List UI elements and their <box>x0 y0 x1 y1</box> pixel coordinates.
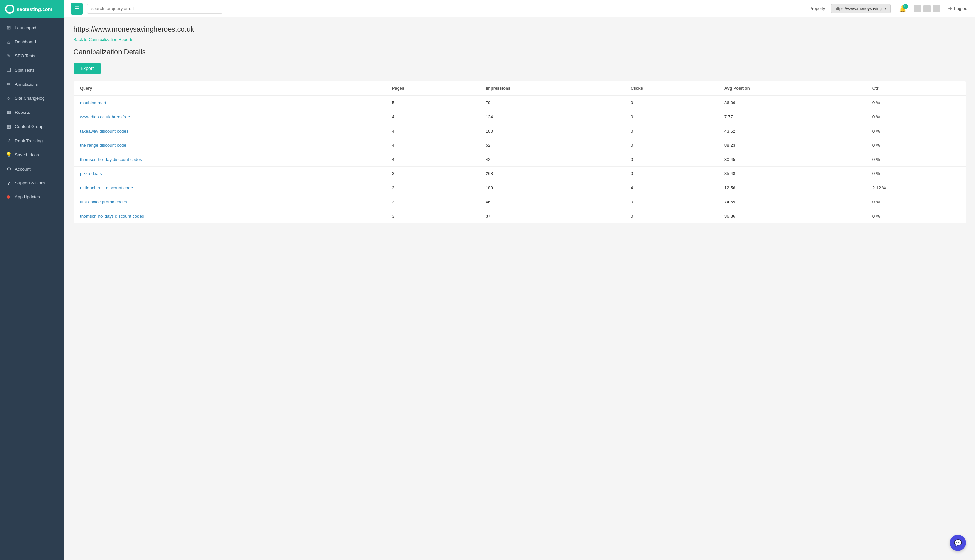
cell-impressions-6: 189 <box>481 181 625 195</box>
cell-query-5[interactable]: pizza deals <box>73 167 387 181</box>
cell-clicks-8: 0 <box>625 209 719 223</box>
query-link-5[interactable]: pizza deals <box>80 171 102 176</box>
query-link-7[interactable]: first choice promo codes <box>80 200 127 204</box>
col-header-query: Query <box>73 81 387 95</box>
cell-clicks-1: 0 <box>625 110 719 124</box>
cell-query-6[interactable]: national trust discount code <box>73 181 387 195</box>
annotations-label: Annotations <box>15 82 38 87</box>
cell-impressions-7: 46 <box>481 195 625 209</box>
site-changelog-label: Site Changelog <box>15 96 45 101</box>
cell-clicks-6: 4 <box>625 181 719 195</box>
cell-ctr-2: 0 % <box>867 124 966 138</box>
cell-pages-6: 3 <box>387 181 481 195</box>
table-row: www dfds co uk breakfree412407.770 % <box>73 110 966 124</box>
cell-pages-2: 4 <box>387 124 481 138</box>
cell-clicks-7: 0 <box>625 195 719 209</box>
dashboard-label: Dashboard <box>15 39 36 44</box>
sidebar-item-rank-tracking[interactable]: ↗Rank Tracking <box>0 133 65 148</box>
cell-ctr-7: 0 % <box>867 195 966 209</box>
table-container: QueryPagesImpressionsClicksAvg PositionC… <box>73 81 966 223</box>
content-area: https://www.moneysavingheroes.co.uk Back… <box>65 17 975 560</box>
table-row: national trust discount code3189412.562.… <box>73 181 966 195</box>
header-icon-3[interactable] <box>933 5 940 12</box>
sidebar-item-launchpad[interactable]: ⊞Launchpad <box>0 21 65 35</box>
query-link-3[interactable]: the range discount code <box>80 143 127 148</box>
cell-query-2[interactable]: takeaway discount codes <box>73 124 387 138</box>
sidebar-item-split-tests[interactable]: ❐Split Tests <box>0 63 65 77</box>
cell-avg_position-4: 30.45 <box>719 152 867 167</box>
cell-avg_position-2: 43.52 <box>719 124 867 138</box>
sidebar-logo[interactable]: seotesting.com <box>0 0 65 18</box>
cell-impressions-8: 37 <box>481 209 625 223</box>
chevron-down-icon: ▼ <box>884 7 887 10</box>
cell-impressions-4: 42 <box>481 152 625 167</box>
sidebar-item-reports[interactable]: ▦Reports <box>0 105 65 119</box>
back-link[interactable]: Back to Cannibalization Reports <box>73 37 133 42</box>
query-link-2[interactable]: takeaway discount codes <box>80 128 128 133</box>
header-icon-2[interactable] <box>923 5 930 12</box>
cannibalization-table: QueryPagesImpressionsClicksAvg PositionC… <box>73 81 966 223</box>
sidebar-item-content-groups[interactable]: ▦Content Groups <box>0 119 65 133</box>
app-updates-red-dot <box>7 195 10 198</box>
search-input[interactable] <box>87 3 222 13</box>
query-link-0[interactable]: machine mart <box>80 100 107 105</box>
page-url: https://www.moneysavingheroes.co.uk <box>73 25 966 33</box>
menu-toggle-button[interactable]: ☰ <box>71 3 83 15</box>
launchpad-label: Launchpad <box>15 25 37 30</box>
table-body: machine mart579036.060 %www dfds co uk b… <box>73 95 966 223</box>
sidebar-item-dashboard[interactable]: ⌂Dashboard <box>0 35 65 49</box>
notification-bell[interactable]: 🔔 0 <box>899 5 906 12</box>
notification-badge: 0 <box>903 4 908 9</box>
query-link-4[interactable]: thomson holiday discount codes <box>80 157 142 162</box>
cell-pages-0: 5 <box>387 95 481 110</box>
sidebar-item-annotations[interactable]: ✏Annotations <box>0 77 65 91</box>
sidebar-item-support-docs[interactable]: ?Support & Docs <box>0 176 65 190</box>
cell-clicks-5: 0 <box>625 167 719 181</box>
col-header-avg-position: Avg Position <box>719 81 867 95</box>
cell-impressions-0: 79 <box>481 95 625 110</box>
sidebar-item-seo-tests[interactable]: ✎SEO Tests <box>0 49 65 63</box>
sidebar-item-app-updates[interactable]: App Updates <box>0 190 65 204</box>
query-link-6[interactable]: national trust discount code <box>80 185 133 190</box>
property-select[interactable]: https://www.moneysaving ▼ <box>831 4 890 13</box>
cell-impressions-1: 124 <box>481 110 625 124</box>
cell-query-0[interactable]: machine mart <box>73 95 387 110</box>
content-groups-label: Content Groups <box>15 124 45 129</box>
cell-avg_position-6: 12.56 <box>719 181 867 195</box>
table-header: QueryPagesImpressionsClicksAvg PositionC… <box>73 81 966 95</box>
query-link-1[interactable]: www dfds co uk breakfree <box>80 115 130 119</box>
app-updates-icon <box>6 194 12 200</box>
cell-impressions-5: 268 <box>481 167 625 181</box>
table-header-row: QueryPagesImpressionsClicksAvg PositionC… <box>73 81 966 95</box>
cell-query-3[interactable]: the range discount code <box>73 138 387 152</box>
cell-pages-4: 4 <box>387 152 481 167</box>
table-row: thomson holiday discount codes442030.450… <box>73 152 966 167</box>
header-icon-1[interactable] <box>914 5 921 12</box>
app-updates-label: App Updates <box>15 194 40 199</box>
cell-ctr-1: 0 % <box>867 110 966 124</box>
sidebar-item-account[interactable]: ⚙Account <box>0 162 65 176</box>
sidebar: seotesting.com ⊞Launchpad⌂Dashboard✎SEO … <box>0 0 65 560</box>
cell-query-4[interactable]: thomson holiday discount codes <box>73 152 387 167</box>
cell-query-8[interactable]: thomson holidays discount codes <box>73 209 387 223</box>
cell-query-1[interactable]: www dfds co uk breakfree <box>73 110 387 124</box>
cell-pages-1: 4 <box>387 110 481 124</box>
property-value: https://www.moneysaving <box>835 6 882 11</box>
cell-query-7[interactable]: first choice promo codes <box>73 195 387 209</box>
query-link-8[interactable]: thomson holidays discount codes <box>80 214 144 218</box>
logout-button[interactable]: ➜ Log out <box>948 5 968 12</box>
support-docs-label: Support & Docs <box>15 180 45 185</box>
table-row: pizza deals3268085.480 % <box>73 167 966 181</box>
logo-icon <box>5 5 14 13</box>
export-button[interactable]: Export <box>73 63 101 74</box>
table-row: machine mart579036.060 % <box>73 95 966 110</box>
dashboard-icon: ⌂ <box>6 39 12 45</box>
table-row: the range discount code452088.230 % <box>73 138 966 152</box>
chat-button[interactable]: 💬 <box>950 535 966 551</box>
sidebar-item-site-changelog[interactable]: ○Site Changelog <box>0 91 65 105</box>
cell-ctr-4: 0 % <box>867 152 966 167</box>
sidebar-item-saved-ideas[interactable]: 💡Saved Ideas <box>0 148 65 162</box>
support-docs-icon: ? <box>6 180 12 186</box>
sidebar-nav: ⊞Launchpad⌂Dashboard✎SEO Tests❐Split Tes… <box>0 18 65 560</box>
rank-tracking-label: Rank Tracking <box>15 138 43 143</box>
